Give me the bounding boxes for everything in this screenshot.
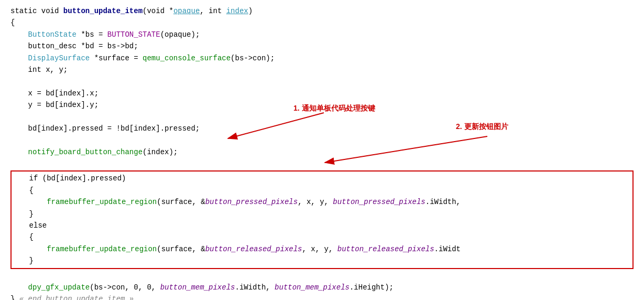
- code-line-14: if (bd[index].pressed): [12, 173, 632, 184]
- code-line-24: } « end button_update_item »: [10, 293, 634, 300]
- code-line-2: ButtonState *bs = BUTTON_STATE(opaque);: [10, 29, 634, 40]
- code-line-12: notify_board_button_change(index);: [10, 146, 634, 158]
- code-line-16: framebuffer_update_region(surface, &butt…: [12, 196, 632, 208]
- code-line-18: else: [12, 220, 632, 231]
- code-line-11: [10, 134, 634, 146]
- annotation-2: 2. 更新按钮图片: [456, 121, 508, 132]
- code-line-21: }: [12, 255, 632, 266]
- code-line-20: framebuffer_update_region(surface, &butt…: [12, 243, 632, 255]
- code-line-17: }: [12, 208, 632, 220]
- code-line-7: x = bd[index].x;: [10, 88, 634, 99]
- code-line-header: static void button_update_item(void *opa…: [10, 5, 634, 17]
- highlighted-block: if (bd[index].pressed) { framebuffer_upd…: [10, 170, 634, 269]
- code-line-22: [10, 270, 634, 282]
- code-line-4: DisplaySurface *surface = qemu_console_s…: [10, 52, 634, 64]
- code-line-1: {: [10, 17, 634, 28]
- code-line-23: dpy_gfx_update(bs->con, 0, 0, button_mem…: [10, 282, 634, 293]
- code-line-19: {: [12, 231, 632, 243]
- code-line-3: button_desc *bd = bs->bd;: [10, 40, 634, 52]
- code-line-15: {: [12, 185, 632, 196]
- code-line-5: int x, y;: [10, 64, 634, 76]
- code-container: static void button_update_item(void *opa…: [0, 0, 644, 300]
- code-line-13: [10, 158, 634, 169]
- annotation-1: 1. 通知单板代码处理按键: [293, 102, 375, 114]
- code-line-6: [10, 76, 634, 87]
- code-line-10: bd[index].pressed = !bd[index].pressed;: [10, 123, 634, 134]
